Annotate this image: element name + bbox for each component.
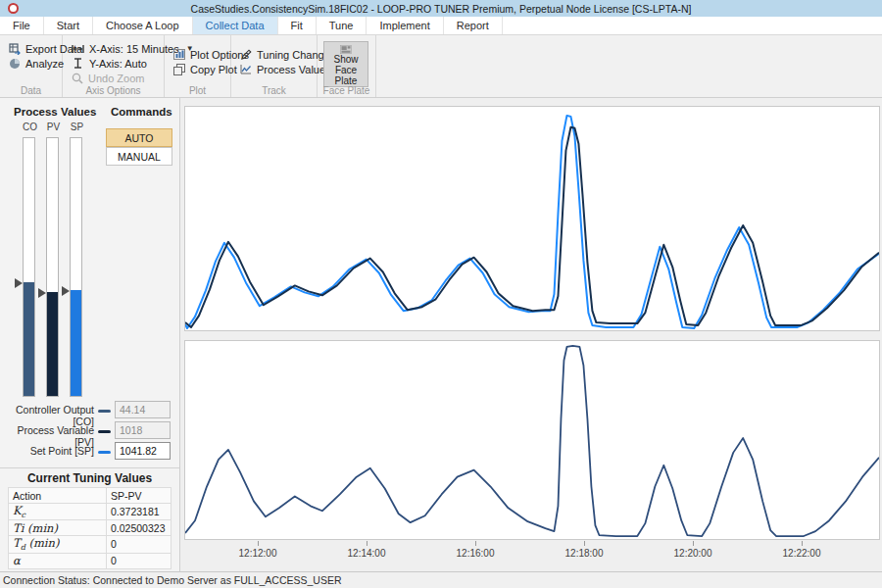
show-face-plate-button[interactable]: Show Face Plate (323, 41, 368, 87)
tab-choose-a-loop[interactable]: Choose A Loop (93, 17, 193, 34)
tuning-param-value: 0.3723181 (107, 504, 172, 520)
value-label: Set Point [SP] (0, 445, 94, 457)
tuning-param-label: Ti (min) (9, 520, 107, 536)
y-axis-button[interactable]: Y-Axis: Auto (69, 56, 158, 71)
tuning-param-value: 0 (107, 536, 172, 553)
slider-fill-co (24, 282, 34, 396)
slider-thumb-sp[interactable] (62, 286, 70, 296)
tab-tune[interactable]: Tune (317, 17, 368, 34)
slider-fill-pv (47, 292, 58, 396)
axis-tick-label: 12:20:00 (674, 548, 712, 559)
ribbon-group-face-plate: Show Face Plate Face Plate (318, 35, 376, 97)
set-point-input[interactable] (115, 442, 171, 460)
series-line-co (185, 346, 879, 536)
tab-collect-data[interactable]: Collect Data (193, 17, 278, 34)
plot-options-button[interactable]: Plot Options (171, 47, 224, 62)
slider-thumb-co[interactable] (15, 278, 23, 288)
export-data-button[interactable]: Export Data (6, 41, 56, 56)
value-row: Set Point [SP] (0, 442, 180, 460)
ribbon-group-axis-options: X-Axis: 15 Minutes▼ Y-Axis: Auto Undo Zo… (63, 35, 165, 97)
process-values-button[interactable]: Process Values (237, 62, 311, 76)
axis-tick (693, 541, 694, 546)
tuning-table: ActionSP-PVKc0.3723181Ti (min)0.02500323… (8, 487, 172, 569)
series-line-sp (185, 116, 879, 328)
tuning-row: Kc0.3723181 (9, 504, 172, 520)
tuning-values-header: Current Tuning Values (0, 471, 179, 485)
undo-zoom-button[interactable]: Undo Zoom (69, 71, 158, 85)
y-axis-icon (72, 58, 84, 69)
x-axis-dropdown[interactable]: X-Axis: 15 Minutes▼ (69, 41, 158, 56)
ribbon-group-track: Tuning Changes Process Values Track (231, 35, 318, 97)
panel-divider (0, 467, 179, 468)
tab-fit[interactable]: Fit (278, 17, 317, 34)
process-values-icon (240, 64, 252, 74)
loop-pro-tuner-window: CaseStudies.ConsistencySim.18FIC02 - LOO… (0, 0, 882, 588)
slider-label-sp: SP (70, 122, 84, 132)
tuning-param-label: Kc (9, 504, 107, 520)
undo-zoom-icon (72, 73, 83, 84)
analyze-icon (9, 58, 21, 70)
series-line-pv (185, 127, 879, 327)
slider-thumb-pv[interactable] (38, 288, 46, 298)
pv-sp-trend-plot[interactable] (184, 106, 880, 331)
axis-tick (802, 541, 803, 546)
tuning-row: α0 (9, 553, 172, 568)
slider-track-sp[interactable] (70, 137, 82, 397)
window-title: CaseStudies.ConsistencySim.18FIC02 - LOO… (0, 3, 882, 15)
controller-output-field[interactable] (115, 401, 171, 418)
series-color-swatch (98, 430, 111, 433)
slider-label-co: CO (23, 122, 37, 132)
process-values-header: Process Values (14, 106, 96, 118)
axis-tick (258, 541, 259, 546)
value-row: Controller Output [CO] (0, 401, 180, 418)
chart-zone: 12:12:0012:14:0012:16:0012:18:0012:20:00… (180, 98, 882, 571)
tuning-changes-icon (240, 49, 252, 61)
tuning-row: Td (min)0 (9, 536, 172, 553)
axis-tick-label: 12:16:00 (457, 548, 495, 559)
ribbon-group-data: Export Data Analyze Data (0, 35, 63, 97)
tuning-param-value: 0 (107, 553, 172, 568)
process-variable-field[interactable] (115, 421, 171, 439)
tab-start[interactable]: Start (44, 17, 93, 34)
left-panel: Process Values Commands COPVSP AUTOMANUA… (0, 98, 180, 571)
time-axis: 12:12:0012:14:0012:16:0012:18:0012:20:00… (184, 541, 880, 564)
tuning-row: Ti (min)0.02500323 (9, 520, 172, 536)
commands-header: Commands (111, 106, 172, 118)
slider-track-co[interactable] (23, 137, 35, 397)
tuning-param-value: SP-PV (107, 488, 172, 504)
axis-tick-label: 12:22:00 (783, 548, 821, 559)
tuning-row: ActionSP-PV (9, 488, 172, 504)
axis-tick-label: 12:14:00 (348, 548, 386, 559)
value-row: Process Variable [PV] (0, 421, 180, 439)
plot-options-icon (173, 49, 185, 60)
tuning-param-label: Action (9, 488, 107, 504)
tuning-changes-button[interactable]: Tuning Changes (237, 47, 311, 62)
axis-tick-label: 12:12:00 (239, 548, 277, 559)
slider-fill-sp (71, 290, 81, 396)
manual-button[interactable]: MANUAL (106, 147, 172, 166)
co-trend-plot[interactable] (184, 340, 880, 540)
copy-plot-button[interactable]: Copy Plot (171, 62, 224, 76)
tab-file[interactable]: File (0, 17, 44, 34)
ribbon: Export Data Analyze Data X-Axis: 15 Minu… (0, 35, 882, 98)
face-plate-icon (334, 45, 358, 54)
axis-tick (475, 541, 476, 546)
ribbon-group-plot: Plot Options Copy Plot Plot (165, 35, 231, 97)
copy-plot-icon (173, 64, 185, 75)
main-content: Process Values Commands COPVSP AUTOMANUA… (0, 98, 882, 571)
axis-tick (584, 541, 585, 546)
connection-status: Connection Status: Connected to Demo Ser… (3, 574, 342, 586)
analyze-button[interactable]: Analyze (6, 56, 56, 71)
auto-button[interactable]: AUTO (106, 128, 172, 147)
x-axis-icon (72, 44, 84, 54)
series-color-swatch (98, 451, 111, 454)
title-bar: CaseStudies.ConsistencySim.18FIC02 - LOO… (0, 0, 882, 17)
slider-track-pv[interactable] (46, 137, 59, 397)
ribbon-tab-bar: FileStartChoose A LoopCollect DataFitTun… (0, 17, 882, 35)
axis-tick-label: 12:18:00 (565, 548, 604, 559)
tab-implement[interactable]: Implement (367, 17, 443, 34)
export-data-icon (9, 43, 21, 55)
slider-label-pv: PV (46, 122, 61, 132)
tab-report[interactable]: Report (444, 17, 503, 34)
tuning-param-value: 0.02500323 (107, 520, 172, 536)
